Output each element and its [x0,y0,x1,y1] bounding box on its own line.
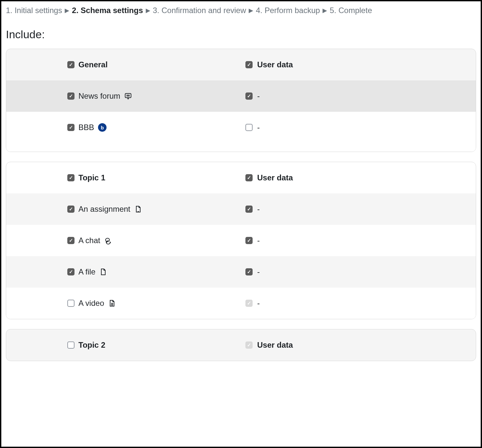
item-row-assignment: An assignment - [6,193,476,225]
item-label-file: A file [78,267,95,276]
checkbox-topic2-userdata [245,341,253,349]
item-userdata-assignment: - [257,205,260,214]
item-row-newsforum: News forum - [6,80,476,112]
file-icon [99,268,107,276]
checkbox-newsforum[interactable] [67,92,75,100]
section-title-general: General [78,60,108,69]
section-general: General User data News forum - [6,49,476,152]
breadcrumb-step-5[interactable]: 5. Complete [330,6,372,15]
checkbox-video[interactable] [67,300,75,307]
checkbox-general-userdata[interactable] [245,61,253,68]
item-label-chat: A chat [78,236,100,245]
checkbox-bbb-userdata[interactable] [245,124,253,131]
section-title-topic2: Topic 2 [78,340,105,350]
checkbox-file-userdata[interactable] [245,268,253,275]
wizard-breadcrumb: 1. Initial settings ▶ 2. Schema settings… [5,5,477,18]
item-userdata-file: - [257,267,260,276]
userdata-label: User data [257,340,293,350]
breadcrumb-step-3[interactable]: 3. Confirmation and review [153,6,246,15]
assignment-icon [134,205,142,213]
section-header-topic2: Topic 2 User data [6,329,476,361]
bigbluebutton-icon: b [98,123,107,132]
checkbox-file[interactable] [67,268,75,275]
item-label-video: A video [78,299,104,308]
breadcrumb-step-4[interactable]: 4. Perform backup [256,6,320,15]
section-topic2: Topic 2 User data [6,329,476,361]
checkbox-assignment[interactable] [67,206,75,213]
checkbox-topic1[interactable] [67,174,75,181]
item-label-newsforum: News forum [78,91,120,101]
checkbox-general[interactable] [67,61,75,68]
svg-rect-0 [125,93,131,98]
item-label-assignment: An assignment [78,205,130,214]
userdata-label: User data [257,173,293,182]
item-userdata-video: - [257,299,260,308]
userdata-label: User data [257,60,293,69]
item-row-video: A video - [6,288,476,319]
chevron-right-icon: ▶ [65,7,69,14]
chevron-right-icon: ▶ [323,7,327,14]
breadcrumb-step-2[interactable]: 2. Schema settings [72,6,143,15]
checkbox-topic1-userdata[interactable] [245,174,253,181]
checkbox-topic2[interactable] [67,341,75,349]
item-userdata-bbb: - [257,123,260,132]
checkbox-assignment-userdata[interactable] [245,206,253,213]
item-row-bbb: BBB b - [6,112,476,152]
breadcrumb-step-1[interactable]: 1. Initial settings [6,6,62,15]
forum-icon [124,92,132,100]
section-header-topic1: Topic 1 User data [6,162,476,193]
section-topic1: Topic 1 User data An assignment - [6,162,476,319]
chevron-right-icon: ▶ [249,7,253,14]
section-title-topic1: Topic 1 [78,173,105,182]
checkbox-chat[interactable] [67,237,75,244]
checkbox-chat-userdata[interactable] [245,237,253,244]
chat-icon [104,237,112,244]
item-row-file: A file - [6,256,476,288]
chevron-right-icon: ▶ [146,7,150,14]
item-userdata-chat: - [257,236,260,245]
item-label-bbb: BBB [78,123,94,132]
checkbox-newsforum-userdata[interactable] [245,92,253,100]
checkbox-bbb[interactable] [67,124,75,131]
include-heading: Include: [6,28,477,41]
section-header-general: General User data [6,49,476,80]
item-row-chat: A chat - [6,225,476,256]
item-userdata-newsforum: - [257,91,260,101]
page-icon [108,299,116,307]
checkbox-video-userdata [245,300,253,307]
